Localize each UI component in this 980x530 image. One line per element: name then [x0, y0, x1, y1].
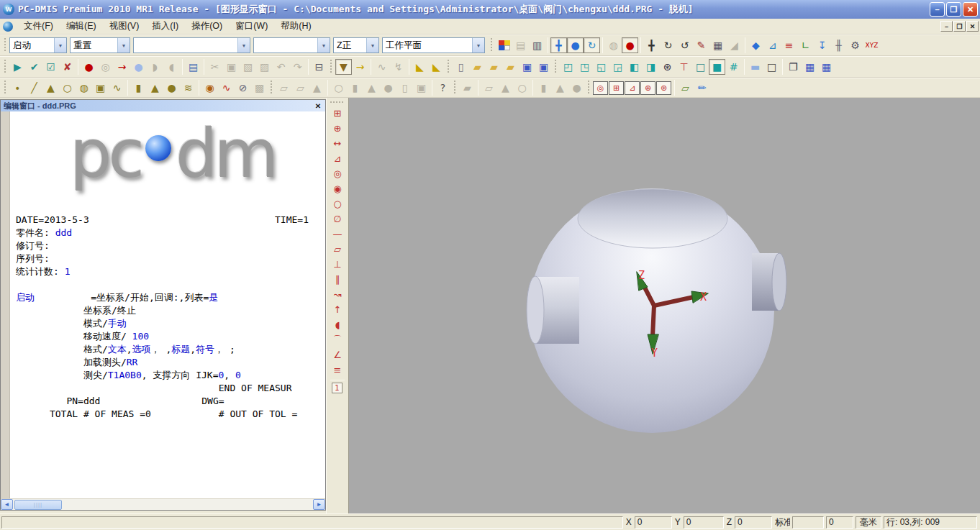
open-part-icon[interactable]: ▰ — [469, 59, 486, 75]
view-back-icon[interactable]: ◧ — [626, 59, 643, 75]
import-icon[interactable]: ▰ — [486, 59, 502, 75]
level-1-icon[interactable]: 1 — [332, 383, 342, 393]
shaded-view-icon[interactable]: ● — [567, 37, 584, 53]
dim-arc-icon[interactable]: ⌒ — [330, 332, 345, 347]
cad-model-icon[interactable]: ◆ — [748, 37, 764, 53]
dim-true-position-icon[interactable]: ⊕ — [330, 121, 345, 136]
code-line[interactable]: 坐标系/终止 — [16, 304, 324, 317]
xyz-readout-icon[interactable]: XYZ — [863, 37, 880, 53]
solid-sphere-icon[interactable]: ● — [622, 37, 638, 53]
surface-colormap-icon[interactable]: ≡ — [781, 37, 797, 53]
edit-window-close-icon[interactable]: ✕ — [313, 101, 323, 111]
code-line[interactable]: 加载测头/RR — [16, 356, 324, 369]
dim-circularity-icon[interactable]: ○ — [330, 196, 345, 211]
combo-dropdown-icon[interactable]: ▼ — [317, 38, 330, 52]
menu-item-edit[interactable]: 编辑(E) — [60, 18, 103, 35]
continue-execution-icon[interactable]: → — [114, 59, 130, 75]
auto-feature-dial-icon[interactable]: ◉ — [201, 80, 218, 96]
toolbar-grip[interactable] — [4, 60, 7, 74]
dim-circular-runout-icon[interactable]: ↝ — [330, 287, 345, 302]
toolbar-grip[interactable] — [4, 81, 7, 95]
scan-path-icon[interactable]: ∿ — [218, 80, 235, 96]
print-edit-icon[interactable]: ⊟ — [311, 59, 327, 75]
combo-dropdown-icon[interactable]: ▼ — [54, 38, 66, 52]
cancel-execute-icon[interactable]: ✘ — [59, 59, 76, 75]
scale-to-fit-icon[interactable]: ╋ — [550, 37, 567, 53]
graphics-display-window[interactable]: Z X Y — [348, 98, 980, 513]
execute-program-icon[interactable]: ▶ — [9, 59, 26, 75]
combo-dropdown-icon[interactable]: ▼ — [472, 38, 484, 52]
probe-pen-icon[interactable]: ✎ — [693, 37, 709, 53]
view-left-icon[interactable]: ◰ — [560, 59, 576, 75]
reset-combo[interactable]: 重置▼ — [70, 37, 130, 53]
view-bottom-icon[interactable]: ◨ — [643, 59, 659, 75]
dim-total-runout-icon[interactable]: ◉ — [330, 181, 345, 196]
refresh-view-icon[interactable]: ↻ — [584, 37, 600, 53]
code-line[interactable]: 序列号: — [16, 252, 324, 265]
pan-mode-icon[interactable]: ╋ — [643, 37, 660, 53]
view-iso-icon[interactable]: ⊛ — [659, 59, 676, 75]
code-line[interactable]: 模式/手动 — [16, 317, 324, 330]
point-normal-icon[interactable]: ⊤ — [676, 59, 692, 75]
solid-cube-icon[interactable]: ■ — [709, 59, 725, 75]
menu-item-operation[interactable]: 操作(O) — [185, 18, 229, 35]
round-slot-icon[interactable]: ◍ — [76, 80, 92, 96]
tolerance-combo[interactable]: ▼ — [253, 37, 330, 53]
toolbar-grip[interactable] — [330, 60, 333, 74]
edit-window-toggle-icon[interactable]: ▤ — [185, 59, 201, 75]
code-line[interactable]: 统计计数: 1 — [16, 265, 324, 278]
comment-oval-icon[interactable]: ● — [130, 59, 147, 75]
valve-ball-part[interactable] — [527, 188, 786, 433]
dim-cylindricity-icon[interactable]: ◖ — [330, 317, 345, 332]
toolbar-grip[interactable] — [330, 101, 345, 104]
dim-profile-icon[interactable]: ⊕ — [640, 81, 655, 95]
measured-curve-icon[interactable]: ∿ — [109, 80, 125, 96]
dim-angle-icon[interactable]: ⊿ — [330, 151, 345, 166]
rotate-3d-icon[interactable]: ↺ — [676, 37, 693, 53]
combo-dropdown-icon[interactable]: ▼ — [117, 38, 130, 52]
dim-runout-icon[interactable]: ⊛ — [656, 81, 671, 95]
measured-sphere-icon[interactable]: ● — [163, 80, 180, 96]
dim-parallelism-icon[interactable]: ∥ — [330, 272, 345, 287]
menu-item-help[interactable]: 帮助(H) — [274, 18, 317, 35]
close-button[interactable]: ✕ — [963, 2, 978, 17]
minimize-button[interactable]: – — [930, 2, 945, 17]
toolbar-grip[interactable] — [490, 38, 494, 52]
startup-combo[interactable]: 启动▼ — [9, 37, 67, 53]
title-bar[interactable]: W PC-DMIS Premium 2010 MR1 Release - [图形… — [0, 0, 980, 19]
code-line[interactable]: END OF MEASUR — [16, 382, 324, 395]
feature-combo[interactable]: ▼ — [133, 37, 250, 53]
datum-definition-icon[interactable]: ▱ — [677, 80, 694, 96]
feature-control-frame-icon[interactable]: ✏ — [694, 80, 710, 96]
line-tool-icon[interactable]: ▬ — [747, 59, 763, 75]
scroll-right-icon[interactable]: ► — [313, 499, 325, 510]
code-line[interactable]: TOTAL # OF MEAS =0 # OUT OF TOL = — [16, 408, 324, 421]
code-line[interactable]: DATE=2013-5-3 TIME=1 — [16, 214, 324, 227]
edit-window-body[interactable]: pcdm DATE=2013-5-3 TIME=1零件名: ddd修订号:序列号… — [1, 111, 325, 498]
measured-cylinder-icon[interactable]: ▮ — [130, 80, 147, 96]
mark-set-icon[interactable]: ◣ — [412, 59, 428, 75]
part-axes-icon[interactable]: ∟ — [797, 37, 814, 53]
dim-angularity-icon[interactable]: ∠ — [330, 347, 345, 362]
mdi-close-button[interactable]: ✕ — [966, 21, 979, 32]
menu-item-window[interactable]: 窗口(W) — [229, 18, 274, 35]
combo-dropdown-icon[interactable]: ▼ — [237, 38, 250, 52]
program-code[interactable]: DATE=2013-5-3 TIME=1零件名: ddd修订号:序列号:统计计数… — [16, 214, 324, 498]
measured-cone-icon[interactable]: ▲ — [147, 80, 163, 96]
goto-position-icon[interactable]: → — [352, 59, 368, 75]
window-layout-icon[interactable]: ❐ — [785, 59, 802, 75]
toolbar-grip[interactable] — [554, 60, 558, 74]
combo-dropdown-icon[interactable]: ▼ — [366, 38, 378, 52]
workplane-combo[interactable]: 工作平面▼ — [382, 37, 485, 53]
code-line[interactable]: 启动 =坐标系/开始,回调:,列表=是 — [16, 291, 324, 304]
graphic-modes-icon[interactable] — [496, 37, 512, 53]
measured-point-icon[interactable]: ∙ — [9, 80, 26, 96]
dim-distance-icon[interactable]: ⊞ — [609, 81, 624, 95]
save-as-icon[interactable]: ▣ — [535, 59, 552, 75]
view-top-icon[interactable]: ◱ — [593, 59, 609, 75]
view-right-icon[interactable]: ◳ — [576, 59, 593, 75]
code-line[interactable] — [16, 278, 324, 291]
dim-concentricity-icon[interactable]: ◎ — [330, 166, 345, 181]
scroll-thumb[interactable]: |||| — [14, 500, 62, 510]
dim-location-icon[interactable]: ◎ — [593, 81, 608, 95]
